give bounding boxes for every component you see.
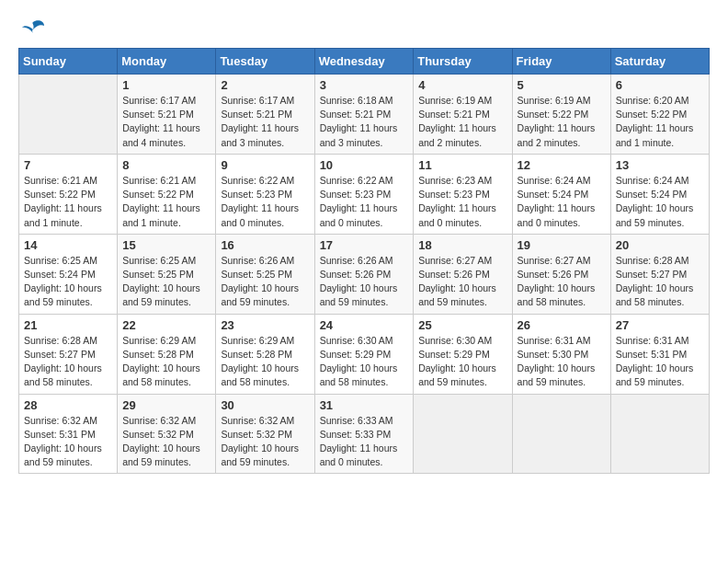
- day-info: Sunrise: 6:26 AM Sunset: 5:25 PM Dayligh…: [221, 254, 309, 310]
- calendar-cell: 11Sunrise: 6:23 AM Sunset: 5:23 PM Dayli…: [414, 154, 512, 234]
- header-tuesday: Tuesday: [216, 49, 314, 75]
- day-number: 5: [518, 78, 606, 92]
- calendar-cell: 5Sunrise: 6:19 AM Sunset: 5:22 PM Daylig…: [512, 75, 610, 155]
- day-info: Sunrise: 6:27 AM Sunset: 5:26 PM Dayligh…: [518, 254, 606, 310]
- calendar-cell: [512, 394, 610, 474]
- calendar-cell: 27Sunrise: 6:31 AM Sunset: 5:31 PM Dayli…: [610, 314, 709, 394]
- calendar-cell: 25Sunrise: 6:30 AM Sunset: 5:29 PM Dayli…: [414, 314, 512, 394]
- day-info: Sunrise: 6:29 AM Sunset: 5:28 PM Dayligh…: [122, 334, 210, 390]
- calendar-cell: 2Sunrise: 6:17 AM Sunset: 5:21 PM Daylig…: [216, 75, 314, 155]
- day-info: Sunrise: 6:27 AM Sunset: 5:26 PM Dayligh…: [418, 254, 506, 310]
- day-info: Sunrise: 6:19 AM Sunset: 5:21 PM Dayligh…: [418, 94, 506, 150]
- calendar-cell: 7Sunrise: 6:21 AM Sunset: 5:22 PM Daylig…: [19, 154, 118, 234]
- day-number: 12: [518, 158, 606, 172]
- calendar-cell: 1Sunrise: 6:17 AM Sunset: 5:21 PM Daylig…: [118, 75, 216, 155]
- day-number: 31: [320, 398, 409, 412]
- week-row-5: 28Sunrise: 6:32 AM Sunset: 5:31 PM Dayli…: [19, 394, 710, 474]
- calendar-cell: 29Sunrise: 6:32 AM Sunset: 5:32 PM Dayli…: [118, 394, 216, 474]
- header-friday: Friday: [512, 49, 610, 75]
- day-number: 27: [616, 318, 704, 332]
- day-number: 20: [616, 238, 704, 252]
- day-info: Sunrise: 6:21 AM Sunset: 5:22 PM Dayligh…: [122, 174, 210, 230]
- header-thursday: Thursday: [414, 49, 512, 75]
- day-number: 22: [122, 318, 210, 332]
- header-monday: Monday: [118, 49, 216, 75]
- day-number: 24: [320, 318, 409, 332]
- header-wednesday: Wednesday: [314, 49, 414, 75]
- day-info: Sunrise: 6:28 AM Sunset: 5:27 PM Dayligh…: [24, 334, 112, 390]
- calendar-cell: 28Sunrise: 6:32 AM Sunset: 5:31 PM Dayli…: [19, 394, 118, 474]
- header-row: SundayMondayTuesdayWednesdayThursdayFrid…: [19, 49, 710, 75]
- calendar-cell: 31Sunrise: 6:33 AM Sunset: 5:33 PM Dayli…: [314, 394, 414, 474]
- day-number: 11: [418, 158, 506, 172]
- logo-bird-icon: [20, 18, 46, 39]
- day-number: 9: [221, 158, 309, 172]
- calendar-cell: 21Sunrise: 6:28 AM Sunset: 5:27 PM Dayli…: [19, 314, 118, 394]
- day-info: Sunrise: 6:22 AM Sunset: 5:23 PM Dayligh…: [320, 174, 409, 230]
- day-number: 19: [518, 238, 606, 252]
- calendar-cell: 24Sunrise: 6:30 AM Sunset: 5:29 PM Dayli…: [314, 314, 414, 394]
- day-info: Sunrise: 6:20 AM Sunset: 5:22 PM Dayligh…: [616, 94, 704, 150]
- calendar-cell: [414, 394, 512, 474]
- day-info: Sunrise: 6:18 AM Sunset: 5:21 PM Dayligh…: [320, 94, 409, 150]
- day-info: Sunrise: 6:31 AM Sunset: 5:30 PM Dayligh…: [518, 334, 606, 390]
- day-info: Sunrise: 6:30 AM Sunset: 5:29 PM Dayligh…: [418, 334, 506, 390]
- day-number: 26: [518, 318, 606, 332]
- day-number: 16: [221, 238, 309, 252]
- day-number: 10: [320, 158, 409, 172]
- calendar-cell: 26Sunrise: 6:31 AM Sunset: 5:30 PM Dayli…: [512, 314, 610, 394]
- day-info: Sunrise: 6:32 AM Sunset: 5:31 PM Dayligh…: [24, 414, 112, 470]
- day-info: Sunrise: 6:17 AM Sunset: 5:21 PM Dayligh…: [221, 94, 309, 150]
- day-number: 3: [320, 78, 409, 92]
- day-info: Sunrise: 6:33 AM Sunset: 5:33 PM Dayligh…: [320, 414, 409, 470]
- calendar-cell: 8Sunrise: 6:21 AM Sunset: 5:22 PM Daylig…: [118, 154, 216, 234]
- day-info: Sunrise: 6:21 AM Sunset: 5:22 PM Dayligh…: [24, 174, 112, 230]
- calendar-cell: 18Sunrise: 6:27 AM Sunset: 5:26 PM Dayli…: [414, 234, 512, 314]
- day-info: Sunrise: 6:26 AM Sunset: 5:26 PM Dayligh…: [320, 254, 409, 310]
- calendar-cell: 9Sunrise: 6:22 AM Sunset: 5:23 PM Daylig…: [216, 154, 314, 234]
- day-number: 14: [24, 238, 112, 252]
- day-number: 17: [320, 238, 409, 252]
- calendar-cell: 15Sunrise: 6:25 AM Sunset: 5:25 PM Dayli…: [118, 234, 216, 314]
- calendar-cell: [19, 75, 118, 155]
- day-number: 25: [418, 318, 506, 332]
- day-info: Sunrise: 6:29 AM Sunset: 5:28 PM Dayligh…: [221, 334, 309, 390]
- page-header: [18, 18, 710, 39]
- header-sunday: Sunday: [19, 49, 118, 75]
- calendar-cell: 22Sunrise: 6:29 AM Sunset: 5:28 PM Dayli…: [118, 314, 216, 394]
- day-number: 7: [24, 158, 112, 172]
- day-number: 2: [221, 78, 309, 92]
- day-number: 8: [122, 158, 210, 172]
- calendar-cell: 13Sunrise: 6:24 AM Sunset: 5:24 PM Dayli…: [610, 154, 709, 234]
- week-row-3: 14Sunrise: 6:25 AM Sunset: 5:24 PM Dayli…: [19, 234, 710, 314]
- day-info: Sunrise: 6:19 AM Sunset: 5:22 PM Dayligh…: [518, 94, 606, 150]
- day-number: 6: [616, 78, 704, 92]
- week-row-4: 21Sunrise: 6:28 AM Sunset: 5:27 PM Dayli…: [19, 314, 710, 394]
- calendar-cell: 16Sunrise: 6:26 AM Sunset: 5:25 PM Dayli…: [216, 234, 314, 314]
- calendar-cell: 6Sunrise: 6:20 AM Sunset: 5:22 PM Daylig…: [610, 75, 709, 155]
- calendar-cell: 3Sunrise: 6:18 AM Sunset: 5:21 PM Daylig…: [314, 75, 414, 155]
- day-info: Sunrise: 6:28 AM Sunset: 5:27 PM Dayligh…: [616, 254, 704, 310]
- day-info: Sunrise: 6:32 AM Sunset: 5:32 PM Dayligh…: [221, 414, 309, 470]
- day-number: 28: [24, 398, 112, 412]
- day-info: Sunrise: 6:17 AM Sunset: 5:21 PM Dayligh…: [122, 94, 210, 150]
- calendar-cell: 20Sunrise: 6:28 AM Sunset: 5:27 PM Dayli…: [610, 234, 709, 314]
- calendar-cell: [610, 394, 709, 474]
- day-number: 23: [221, 318, 309, 332]
- calendar-cell: 14Sunrise: 6:25 AM Sunset: 5:24 PM Dayli…: [19, 234, 118, 314]
- week-row-1: 1Sunrise: 6:17 AM Sunset: 5:21 PM Daylig…: [19, 75, 710, 155]
- calendar-cell: 23Sunrise: 6:29 AM Sunset: 5:28 PM Dayli…: [216, 314, 314, 394]
- day-info: Sunrise: 6:25 AM Sunset: 5:24 PM Dayligh…: [24, 254, 112, 310]
- day-number: 4: [418, 78, 506, 92]
- calendar-table: SundayMondayTuesdayWednesdayThursdayFrid…: [18, 48, 710, 474]
- day-info: Sunrise: 6:22 AM Sunset: 5:23 PM Dayligh…: [221, 174, 309, 230]
- day-number: 1: [122, 78, 210, 92]
- day-info: Sunrise: 6:31 AM Sunset: 5:31 PM Dayligh…: [616, 334, 704, 390]
- calendar-cell: 30Sunrise: 6:32 AM Sunset: 5:32 PM Dayli…: [216, 394, 314, 474]
- day-info: Sunrise: 6:30 AM Sunset: 5:29 PM Dayligh…: [320, 334, 409, 390]
- day-number: 29: [122, 398, 210, 412]
- week-row-2: 7Sunrise: 6:21 AM Sunset: 5:22 PM Daylig…: [19, 154, 710, 234]
- day-info: Sunrise: 6:32 AM Sunset: 5:32 PM Dayligh…: [122, 414, 210, 470]
- day-number: 30: [221, 398, 309, 412]
- day-info: Sunrise: 6:24 AM Sunset: 5:24 PM Dayligh…: [616, 174, 704, 230]
